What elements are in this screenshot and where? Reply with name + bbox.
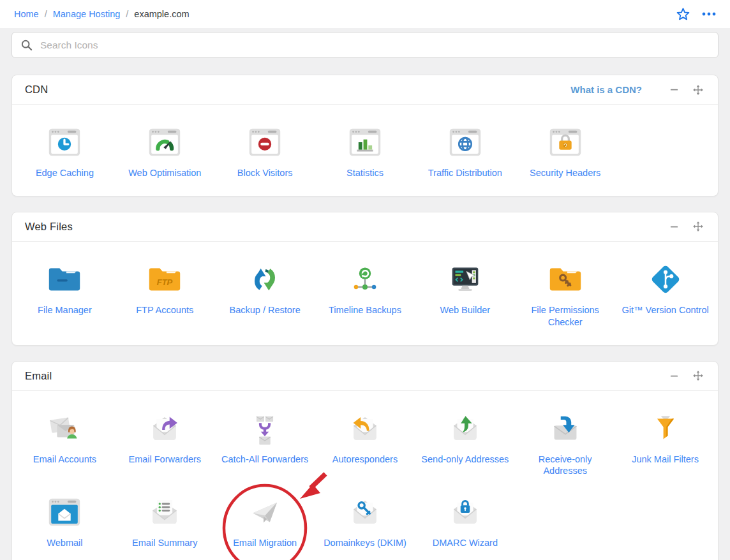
tile-label: Autoresponders — [332, 453, 398, 466]
section-title: CDN — [25, 84, 570, 96]
help-link[interactable]: What is a CDN? — [570, 84, 642, 95]
tile-email-accounts[interactable]: Email Accounts — [15, 406, 115, 482]
tile-label: Edge Caching — [36, 167, 94, 179]
dmarc-wizard-icon — [445, 492, 485, 532]
timeline-backups-icon — [345, 260, 385, 299]
email-summary-icon — [145, 492, 184, 532]
tile-email-forwarders[interactable]: Email Forwarders — [115, 406, 215, 482]
tile-label: Receive-only Addresses — [521, 453, 610, 478]
tile-webmail[interactable]: Webmail — [15, 490, 115, 553]
tile-label: Statistics — [346, 167, 384, 179]
tile-domainkeys-dkim[interactable]: Domainkeys (DKIM) — [315, 490, 415, 553]
icon-grid: Email AccountsEmail ForwardersCatch-All … — [12, 391, 718, 560]
security-headers-icon — [546, 122, 585, 162]
tile-ftp-accounts[interactable]: FTP Accounts — [115, 257, 215, 332]
tile-statistics[interactable]: Statistics — [315, 120, 415, 183]
junk-mail-filters-icon — [646, 409, 685, 448]
breadcrumb: Home / Manage Hosting / example.com — [14, 9, 190, 19]
file-permissions-checker-icon — [546, 260, 585, 299]
top-actions — [676, 7, 716, 22]
block-visitors-icon — [245, 122, 285, 162]
tile-label: Timeline Backups — [329, 304, 401, 316]
tile-label: Webmail — [47, 537, 82, 549]
section-title: Web Files — [25, 221, 657, 233]
tile-label: Catch-All Forwarders — [221, 453, 308, 466]
tile-junk-mail-filters[interactable]: Junk Mail Filters — [615, 406, 715, 482]
tile-email-migration[interactable]: Email Migration — [215, 490, 315, 553]
star-outline-icon[interactable] — [676, 7, 690, 22]
breadcrumb-manage-hosting-link[interactable]: Manage Hosting — [53, 9, 121, 19]
tile-label: DMARC Wizard — [433, 537, 498, 549]
section-email: EmailEmail AccountsEmail ForwardersCatch… — [11, 361, 719, 560]
tile-security-headers[interactable]: Security Headers — [515, 120, 615, 183]
top-bar: Home / Manage Hosting / example.com — [0, 0, 730, 28]
tile-label: FTP Accounts — [136, 304, 193, 316]
sections-container: CDNWhat is a CDN?Edge CachingWeb Optimis… — [0, 75, 730, 560]
tile-label: Web Optimisation — [128, 167, 201, 179]
section-header: Email — [12, 362, 718, 391]
tile-label: Block Visitors — [237, 167, 293, 179]
tile-label: Backup / Restore — [230, 304, 301, 316]
web-builder-icon — [445, 260, 485, 299]
tile-send-only-addresses[interactable]: Send-only Addresses — [415, 406, 515, 482]
tile-label: Email Accounts — [33, 453, 96, 466]
send-only-addresses-icon — [445, 409, 485, 448]
tile-label: Email Migration — [233, 537, 297, 549]
ftp-accounts-icon — [145, 260, 184, 299]
search-bar — [11, 32, 719, 58]
tile-git-version-control[interactable]: Git™ Version Control — [615, 257, 715, 332]
tile-dmarc-wizard[interactable]: DMARC Wizard — [415, 490, 515, 553]
tile-backup-restore[interactable]: Backup / Restore — [215, 257, 315, 332]
tile-label: Git™ Version Control — [622, 304, 708, 316]
icon-grid: File ManagerFTP AccountsBackup / Restore… — [12, 242, 718, 345]
tile-web-optimisation[interactable]: Web Optimisation — [115, 120, 215, 183]
collapse-section-button[interactable] — [667, 220, 681, 233]
breadcrumb-separator: / — [126, 9, 128, 19]
tile-label: Domainkeys (DKIM) — [324, 537, 406, 549]
tile-label: Security Headers — [530, 167, 600, 179]
section-web-files: Web FilesFile ManagerFTP AccountsBackup … — [11, 212, 719, 346]
ellipsis-icon[interactable] — [702, 11, 716, 17]
move-section-handle[interactable] — [691, 369, 705, 383]
tile-catch-all-forwarders[interactable]: Catch-All Forwarders — [215, 406, 315, 482]
file-manager-icon — [45, 260, 84, 299]
receive-only-addresses-icon — [546, 409, 585, 448]
tile-label: Send-only Addresses — [421, 453, 509, 466]
section-header: Web Files — [12, 212, 718, 242]
email-migration-icon — [245, 492, 285, 532]
tile-web-builder[interactable]: Web Builder — [415, 257, 515, 332]
tile-label: Traffic Distribution — [428, 167, 502, 179]
collapse-section-button[interactable] — [667, 83, 681, 96]
domainkeys-dkim-icon — [345, 492, 385, 532]
tile-label: File Manager — [38, 304, 92, 316]
tile-file-permissions-checker[interactable]: File Permissions Checker — [515, 257, 615, 332]
tile-traffic-distribution[interactable]: Traffic Distribution — [415, 120, 515, 183]
section-title: Email — [25, 370, 657, 382]
breadcrumb-current-page: example.com — [134, 9, 189, 19]
search-input[interactable] — [39, 39, 710, 52]
tile-file-manager[interactable]: File Manager — [15, 257, 115, 332]
tile-label: File Permissions Checker — [521, 304, 610, 328]
tile-receive-only-addresses[interactable]: Receive-only Addresses — [515, 406, 615, 482]
move-section-handle[interactable] — [691, 219, 705, 233]
collapse-section-button[interactable] — [667, 369, 681, 383]
tile-timeline-backups[interactable]: Timeline Backups — [315, 257, 415, 332]
magnifier-icon — [20, 39, 33, 51]
icon-grid: Edge CachingWeb OptimisationBlock Visito… — [12, 105, 718, 196]
web-optimisation-icon — [145, 122, 184, 162]
breadcrumb-home-link[interactable]: Home — [14, 9, 39, 19]
statistics-icon — [345, 122, 385, 162]
tile-label: Email Forwarders — [128, 453, 201, 466]
edge-caching-icon — [45, 122, 84, 162]
autoresponders-icon — [345, 409, 385, 448]
tile-edge-caching[interactable]: Edge Caching — [15, 120, 115, 183]
tile-label: Junk Mail Filters — [632, 453, 699, 466]
git-version-control-icon — [646, 260, 685, 299]
section-header: CDNWhat is a CDN? — [12, 75, 718, 105]
tile-block-visitors[interactable]: Block Visitors — [215, 120, 315, 183]
backup-restore-icon — [245, 260, 285, 299]
tile-autoresponders[interactable]: Autoresponders — [315, 406, 415, 482]
tile-email-summary[interactable]: Email Summary — [115, 490, 215, 553]
breadcrumb-separator: / — [45, 9, 47, 19]
move-section-handle[interactable] — [691, 83, 705, 97]
